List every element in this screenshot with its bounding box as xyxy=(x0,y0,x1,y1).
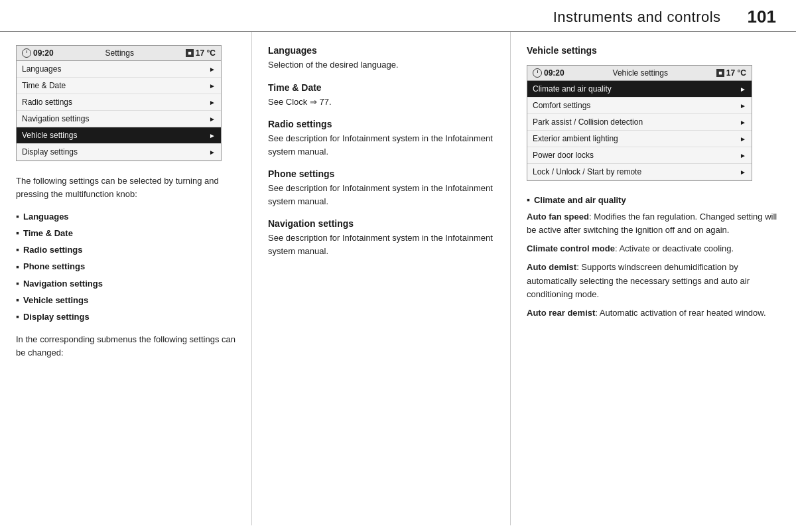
bullet-list: Languages Time & Date Radio settings Pho… xyxy=(16,208,235,325)
menu-item-vehicle[interactable]: Vehicle settings ► xyxy=(17,127,221,144)
climate-item-rear-demist: Auto rear demist: Automatic activation o… xyxy=(527,306,780,320)
screen-temp-2: ■ 17 °C xyxy=(716,68,746,78)
section-phone-title: Phone settings xyxy=(268,168,494,179)
temp-icon-2: ■ xyxy=(716,69,724,77)
menu-item-navigation[interactable]: Navigation settings ► xyxy=(17,111,221,127)
temp-icon: ■ xyxy=(186,49,194,57)
section-radio-title: Radio settings xyxy=(268,119,494,129)
bullet-display: Display settings xyxy=(16,308,235,325)
main-content: 09:20 Settings ■ 17 °C Languages ► Time … xyxy=(0,32,796,525)
column-3: Vehicle settings 09:20 Vehicle settings … xyxy=(511,32,796,525)
section-languages-body: Selection of the desired language. xyxy=(268,58,494,72)
settings-screen-1: 09:20 Settings ■ 17 °C Languages ► Time … xyxy=(16,45,222,161)
screen-temp-1: ■ 17 °C xyxy=(186,48,216,58)
section-navigation-title: Navigation settings xyxy=(268,218,494,229)
settings-screen-2: 09:20 Vehicle settings ■ 17 °C Climate a… xyxy=(527,65,752,181)
section-languages-title: Languages xyxy=(268,45,494,56)
bullet-navigation: Navigation settings xyxy=(16,275,235,292)
bullet-phone: Phone settings xyxy=(16,259,235,275)
screen-header-2: 09:20 Vehicle settings ■ 17 °C xyxy=(527,66,752,81)
menu-item-lock-remote[interactable]: Lock / Unlock / Start by remote ► xyxy=(527,164,752,180)
col1-footer-text: In the corresponding submenus the follow… xyxy=(16,333,235,359)
section-navigation-body: See description for Infotainment system … xyxy=(268,232,494,257)
screen-title-1: Settings xyxy=(105,48,134,58)
section-phone-body: See description for Infotainment system … xyxy=(268,182,494,208)
bullet-languages: Languages xyxy=(16,208,235,225)
screen-menu-2: Climate and air quality ► Comfort settin… xyxy=(527,81,752,180)
col1-body-text: The following settings can be selected b… xyxy=(16,174,235,200)
screen-title-2: Vehicle settings xyxy=(613,68,668,78)
menu-item-exterior[interactable]: Exterior ambient lighting ► xyxy=(527,131,752,147)
climate-section: Climate and air quality Auto fan speed: … xyxy=(527,194,780,320)
screen-header-1: 09:20 Settings ■ 17 °C xyxy=(17,46,221,61)
page-header: Instruments and controls 101 xyxy=(0,0,796,32)
climate-item-auto-demist: Auto demist: Supports windscreen dehumid… xyxy=(527,261,780,300)
chapter-title: Instruments and controls xyxy=(553,9,721,26)
climate-item-control-mode: Climate control mode: Activate or deacti… xyxy=(527,242,780,255)
bullet-time-date: Time & Date xyxy=(16,225,235,241)
screen-time-2: 09:20 xyxy=(533,68,564,78)
section-timedate-title: Time & Date xyxy=(268,82,494,93)
menu-item-time-date[interactable]: Time & Date ► xyxy=(17,78,221,94)
menu-item-door-locks[interactable]: Power door locks ► xyxy=(527,147,752,164)
climate-heading: Climate and air quality xyxy=(527,194,780,205)
clock-icon xyxy=(22,48,31,58)
column-1: 09:20 Settings ■ 17 °C Languages ► Time … xyxy=(0,32,252,525)
column-2: Languages Selection of the desired langu… xyxy=(252,32,511,525)
vehicle-settings-title: Vehicle settings xyxy=(527,45,780,56)
page-number: 101 xyxy=(748,7,776,27)
menu-item-comfort[interactable]: Comfort settings ► xyxy=(527,98,752,114)
menu-item-park-assist[interactable]: Park assist / Collision detection ► xyxy=(527,114,752,131)
clock-icon-2 xyxy=(533,68,542,78)
screen-menu-1: Languages ► Time & Date ► Radio settings… xyxy=(17,61,221,161)
bullet-vehicle: Vehicle settings xyxy=(16,292,235,308)
bullet-radio: Radio settings xyxy=(16,241,235,258)
screen-time-1: 09:20 xyxy=(22,48,54,58)
menu-item-radio[interactable]: Radio settings ► xyxy=(17,94,221,111)
section-timedate-body: See Clock ⇒ 77. xyxy=(268,96,494,109)
menu-item-display[interactable]: Display settings ► xyxy=(17,144,221,161)
climate-item-auto-fan: Auto fan speed: Modifies the fan regulat… xyxy=(527,210,780,237)
menu-item-languages[interactable]: Languages ► xyxy=(17,61,221,78)
section-radio-body: See description for Infotainment system … xyxy=(268,132,494,158)
menu-item-climate[interactable]: Climate and air quality ► xyxy=(527,81,752,98)
